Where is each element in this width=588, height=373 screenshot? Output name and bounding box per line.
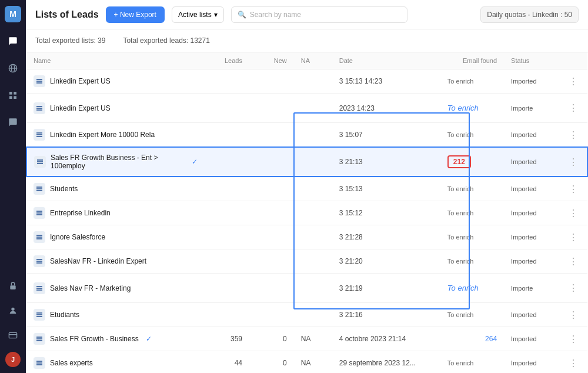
svg-rect-29 — [36, 235, 42, 236]
col-header-actions — [562, 52, 587, 69]
svg-rect-4 — [14, 92, 16, 95]
list-icon — [34, 102, 45, 114]
svg-rect-3 — [9, 92, 12, 95]
svg-rect-40 — [36, 316, 42, 317]
user-avatar[interactable]: J — [5, 352, 21, 367]
svg-rect-35 — [36, 286, 42, 287]
list-name: Sales experts — [50, 359, 93, 367]
sidebar-item-card[interactable] — [5, 327, 21, 344]
table-row: Sales experts 44 0 NA 29 septembre 2023 … — [26, 351, 587, 374]
list-icon — [34, 156, 46, 168]
svg-rect-11 — [36, 79, 42, 80]
list-icon — [34, 282, 45, 294]
svg-rect-37 — [36, 289, 42, 291]
svg-rect-24 — [36, 188, 42, 189]
more-options-button[interactable]: ⋮ — [569, 232, 578, 242]
svg-rect-30 — [36, 237, 42, 238]
list-name: Etudiants — [50, 311, 79, 319]
svg-rect-18 — [36, 134, 42, 135]
svg-rect-15 — [36, 108, 42, 109]
list-name: Students — [50, 185, 78, 193]
main-content: Lists of Leads + New Export Active lists… — [26, 0, 588, 373]
stats-bar: Total exported lists: 39 Total exported … — [26, 29, 588, 52]
svg-rect-21 — [37, 161, 43, 162]
active-lists-button[interactable]: Active lists ▾ — [172, 6, 224, 23]
sidebar-item-grid[interactable] — [5, 87, 21, 104]
more-options-button[interactable]: ⋮ — [569, 310, 578, 320]
search-box: 🔍 Search by name — [231, 6, 407, 23]
more-options-button[interactable]: ⋮ — [569, 208, 578, 218]
svg-rect-12 — [36, 81, 42, 82]
svg-rect-20 — [37, 159, 43, 161]
more-options-button[interactable]: ⋮ — [569, 76, 578, 86]
svg-rect-33 — [36, 261, 42, 262]
svg-rect-16 — [36, 109, 42, 111]
more-options-button[interactable]: ⋮ — [569, 157, 578, 167]
svg-rect-34 — [36, 262, 42, 264]
list-name: Entreprise Linkedin — [50, 209, 111, 217]
more-options-button[interactable]: ⋮ — [569, 283, 578, 293]
table-row: Linkedin Expert More 10000 Rela 3 15:07 … — [26, 123, 587, 148]
total-leads-stat: Total exported leads: 13271 — [123, 36, 209, 45]
table-row: Students 3 15:13 To enrich Imported ⋮ — [26, 176, 587, 201]
name-cell: Linkedin Expert US — [34, 102, 198, 114]
list-icon — [34, 333, 45, 345]
sidebar: M J — [0, 0, 26, 373]
header: Lists of Leads + New Export Active lists… — [26, 0, 588, 29]
list-name: Linkedin Expert US — [50, 77, 111, 85]
app-logo[interactable]: M — [5, 6, 21, 22]
email-found-value: 212 — [447, 155, 471, 168]
svg-rect-7 — [10, 285, 15, 289]
sidebar-item-messages[interactable] — [5, 33, 21, 49]
svg-rect-6 — [14, 96, 16, 99]
table-row: Linkedin Expert US 2023 14:23 To enrich … — [26, 94, 587, 123]
name-cell: Sales FR Growth Business - Ent > 100empl… — [34, 154, 198, 170]
col-header-na: NA — [294, 52, 332, 69]
svg-rect-22 — [37, 163, 43, 164]
new-export-button[interactable]: + New Export — [106, 6, 165, 23]
svg-rect-36 — [36, 288, 42, 289]
sidebar-item-user[interactable] — [5, 302, 21, 319]
svg-rect-32 — [36, 259, 42, 260]
svg-rect-44 — [36, 361, 42, 362]
sidebar-item-globe[interactable] — [5, 60, 21, 76]
sidebar-item-chat[interactable] — [5, 114, 21, 131]
list-name: Linkedin Expert More 10000 Rela — [50, 131, 155, 139]
active-lists-label: Active lists — [178, 11, 212, 19]
sidebar-item-lock[interactable] — [5, 278, 21, 294]
more-options-button[interactable]: ⋮ — [569, 257, 578, 267]
more-options-button[interactable]: ⋮ — [569, 358, 578, 368]
svg-rect-39 — [36, 314, 42, 315]
col-header-name: Name — [26, 52, 205, 69]
svg-point-8 — [11, 308, 14, 311]
col-header-email: Email found — [440, 52, 504, 69]
more-options-button[interactable]: ⋮ — [569, 184, 578, 194]
verified-icon: ✓ — [192, 158, 198, 166]
name-cell: Linkedin Expert More 10000 Rela — [34, 129, 198, 141]
table-row: Linkedin Expert US 3 15:13 14:23 To enri… — [26, 69, 587, 94]
more-options-button[interactable]: ⋮ — [569, 130, 578, 140]
svg-rect-38 — [36, 312, 42, 314]
table-header-row: Name Leads New NA Date Email found Statu… — [26, 52, 587, 69]
svg-rect-31 — [36, 238, 42, 239]
chevron-down-icon: ▾ — [214, 11, 218, 19]
table-row: Sales FR Growth - Business ✓ 359 0 NA 4 … — [26, 327, 587, 351]
col-header-date: Date — [332, 52, 440, 69]
list-name: Sales FR Growth - Business — [50, 335, 139, 343]
list-icon — [34, 183, 45, 195]
search-placeholder: Search by name — [250, 11, 301, 19]
svg-rect-9 — [9, 332, 16, 338]
svg-rect-42 — [36, 338, 42, 339]
svg-rect-26 — [36, 211, 42, 212]
svg-rect-5 — [9, 96, 12, 99]
more-options-button[interactable]: ⋮ — [569, 103, 578, 113]
table-row: Sales Nav FR - Marketing 3 21:19 To enri… — [26, 274, 587, 303]
list-name: Linkedin Expert US — [50, 104, 111, 112]
more-options-button[interactable]: ⋮ — [569, 334, 578, 344]
name-cell: Students — [34, 183, 198, 195]
list-icon — [34, 75, 45, 87]
name-cell: Ignore Salesforce — [34, 231, 198, 243]
page-title: Lists of Leads — [35, 9, 99, 20]
name-cell: Sales Nav FR - Marketing — [34, 282, 198, 294]
svg-rect-25 — [36, 190, 42, 191]
